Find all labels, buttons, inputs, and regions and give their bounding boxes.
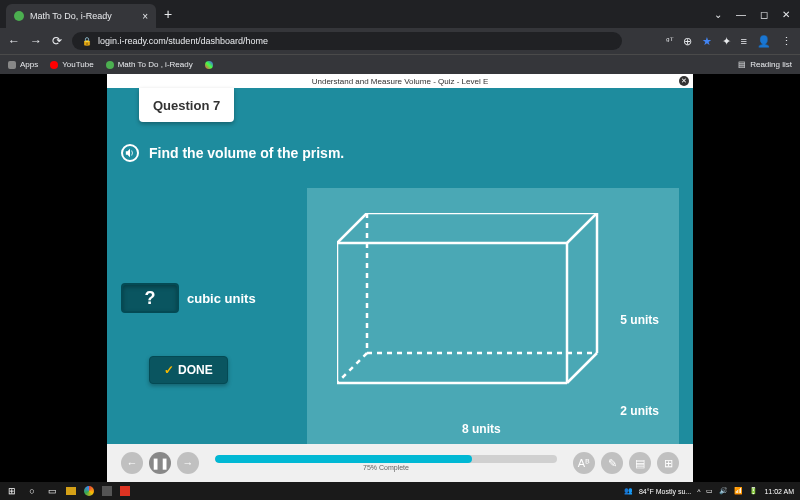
reading-list-button[interactable]: ▤ Reading list bbox=[738, 60, 792, 69]
input-icon[interactable]: ▭ bbox=[706, 487, 713, 495]
bookmarks-bar: Apps YouTube Math To Do , i-Ready ▤ Read… bbox=[0, 54, 800, 74]
task-view-icon[interactable]: ▭ bbox=[46, 485, 58, 497]
quiz-title: Understand and Measure Volume - Quiz - L… bbox=[312, 77, 489, 86]
prism-svg bbox=[337, 213, 617, 413]
bookmark-apps[interactable]: Apps bbox=[8, 60, 38, 69]
window-chevron-icon[interactable]: ⌄ bbox=[714, 9, 722, 20]
window-controls: ⌄ — ◻ ✕ bbox=[714, 9, 800, 20]
svg-line-8 bbox=[567, 353, 597, 383]
url-text: login.i-ready.com/student/dashboard/home bbox=[98, 36, 268, 46]
zoom-icon[interactable]: ⊕ bbox=[683, 35, 692, 48]
search-icon[interactable]: ○ bbox=[26, 485, 38, 497]
address-bar: ← → ⟳ 🔒 login.i-ready.com/student/dashbo… bbox=[0, 28, 800, 54]
footer-forward-button[interactable]: → bbox=[177, 452, 199, 474]
app-icon-1[interactable] bbox=[102, 486, 112, 496]
progress-fill bbox=[215, 455, 472, 463]
bookmark-youtube[interactable]: YouTube bbox=[50, 60, 93, 69]
explorer-icon[interactable] bbox=[66, 487, 76, 495]
weather-widget[interactable]: 84°F Mostly su... bbox=[639, 488, 691, 495]
chrome-icon[interactable] bbox=[84, 486, 94, 496]
browser-tab-strip: Math To Do, i-Ready × + ⌄ — ◻ ✕ bbox=[0, 0, 800, 28]
start-button[interactable]: ⊞ bbox=[6, 485, 18, 497]
dimension-width: 8 units bbox=[462, 422, 501, 436]
quiz-close-button[interactable]: ✕ bbox=[679, 76, 689, 86]
svg-line-7 bbox=[567, 213, 597, 243]
profile-icon[interactable]: 👤 bbox=[757, 35, 771, 48]
app-icon-2[interactable] bbox=[120, 486, 130, 496]
clock[interactable]: 11:02 AM bbox=[764, 488, 794, 495]
progress-bar-container: 75% Complete bbox=[215, 455, 557, 471]
extensions-icon[interactable]: ✦ bbox=[722, 35, 731, 48]
footer-pencil-button[interactable]: ✎ bbox=[601, 452, 623, 474]
question-number: Question 7 bbox=[153, 98, 220, 113]
answer-area: ? cubic units bbox=[121, 283, 256, 313]
quiz-header: Understand and Measure Volume - Quiz - L… bbox=[107, 74, 693, 88]
tray-chevron-icon[interactable]: ^ bbox=[697, 488, 700, 495]
volume-icon[interactable]: 🔊 bbox=[719, 487, 728, 495]
contacts-icon[interactable]: 👥 bbox=[624, 487, 633, 495]
bookmark-iready[interactable]: Math To Do , i-Ready bbox=[106, 60, 193, 69]
battery-icon[interactable]: 🔋 bbox=[749, 487, 758, 495]
footer-calculator-button[interactable]: ⊞ bbox=[657, 452, 679, 474]
footer-notes-button[interactable]: ▤ bbox=[629, 452, 651, 474]
progress-bar bbox=[215, 455, 557, 463]
lock-icon: 🔒 bbox=[82, 37, 92, 46]
tab-close-icon[interactable]: × bbox=[142, 11, 148, 22]
youtube-icon bbox=[50, 61, 58, 69]
browser-tab[interactable]: Math To Do, i-Ready × bbox=[6, 4, 156, 28]
extra-icon bbox=[205, 61, 213, 69]
translate-icon[interactable]: ᵍᵀ bbox=[666, 36, 673, 46]
new-tab-button[interactable]: + bbox=[164, 6, 172, 22]
answer-input[interactable]: ? bbox=[121, 283, 179, 313]
svg-line-6 bbox=[337, 213, 367, 243]
menu-icon[interactable]: ⋮ bbox=[781, 35, 792, 48]
network-icon[interactable]: 📶 bbox=[734, 487, 743, 495]
prism-diagram: 5 units 2 units 8 units bbox=[307, 188, 679, 444]
bookmark-star-icon[interactable]: ★ bbox=[702, 35, 712, 48]
question-number-tab: Question 7 bbox=[139, 88, 234, 122]
svg-line-11 bbox=[337, 353, 367, 383]
speaker-icon bbox=[125, 148, 135, 158]
dimension-depth: 2 units bbox=[620, 404, 659, 418]
windows-taskbar: ⊞ ○ ▭ 👥 84°F Mostly su... ^ ▭ 🔊 📶 🔋 11:0… bbox=[0, 482, 800, 500]
reading-list-icon: ▤ bbox=[738, 60, 746, 69]
quiz-body: Question 7 Find the volume of the prism.… bbox=[107, 88, 693, 444]
question-prompt: Find the volume of the prism. bbox=[149, 145, 344, 161]
iready-icon bbox=[106, 61, 114, 69]
answer-unit-label: cubic units bbox=[187, 291, 256, 306]
dimension-height: 5 units bbox=[620, 313, 659, 327]
minimize-icon[interactable]: — bbox=[736, 9, 746, 20]
extension-icon[interactable]: ≡ bbox=[741, 35, 747, 47]
bookmark-extra[interactable] bbox=[205, 61, 213, 69]
page-content: Understand and Measure Volume - Quiz - L… bbox=[0, 74, 800, 482]
system-tray: 👥 84°F Mostly su... ^ ▭ 🔊 📶 🔋 11:02 AM bbox=[624, 487, 794, 495]
audio-play-button[interactable] bbox=[121, 144, 139, 162]
maximize-icon[interactable]: ◻ bbox=[760, 9, 768, 20]
forward-button[interactable]: → bbox=[30, 34, 42, 48]
footer-back-button[interactable]: ← bbox=[121, 452, 143, 474]
check-icon: ✓ bbox=[164, 363, 174, 377]
reload-button[interactable]: ⟳ bbox=[52, 34, 62, 48]
done-button[interactable]: ✓ DONE bbox=[149, 356, 228, 384]
back-button[interactable]: ← bbox=[8, 34, 20, 48]
tab-title: Math To Do, i-Ready bbox=[30, 11, 136, 21]
window-close-icon[interactable]: ✕ bbox=[782, 9, 790, 20]
apps-icon bbox=[8, 61, 16, 69]
footer-tool1-button[interactable]: Aᴮ bbox=[573, 452, 595, 474]
tab-favicon bbox=[14, 11, 24, 21]
quiz-footer: ← ❚❚ → 75% Complete Aᴮ ✎ ▤ ⊞ bbox=[107, 444, 693, 482]
quiz-frame: Understand and Measure Volume - Quiz - L… bbox=[107, 74, 693, 482]
prompt-row: Find the volume of the prism. bbox=[121, 144, 344, 162]
footer-pause-button[interactable]: ❚❚ bbox=[149, 452, 171, 474]
url-input[interactable]: 🔒 login.i-ready.com/student/dashboard/ho… bbox=[72, 32, 622, 50]
progress-label: 75% Complete bbox=[215, 464, 557, 471]
